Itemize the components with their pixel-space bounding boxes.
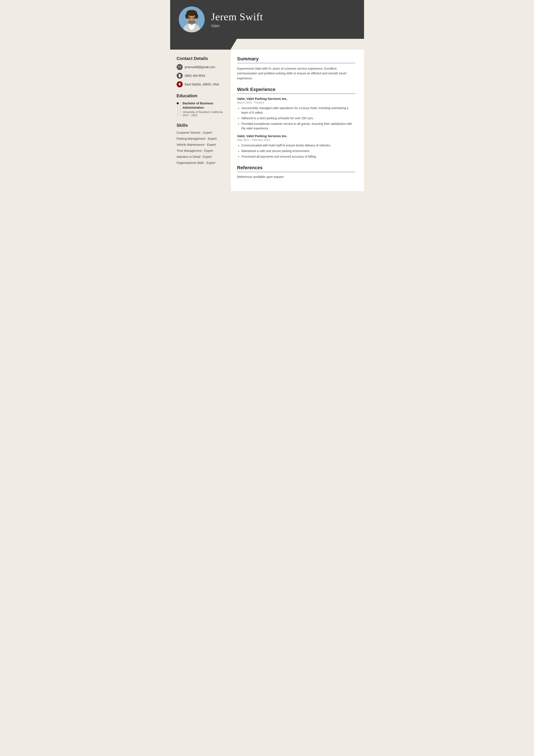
main-content: Summary Experienced Valet with 5+ years … bbox=[231, 50, 364, 191]
education-section: Education Bachelor of Business Administr… bbox=[177, 94, 224, 117]
skill-customer-service: Customer Service - Expert bbox=[177, 131, 224, 134]
education-details: Bachelor of Business Administration Univ… bbox=[180, 101, 224, 117]
email-item: jeremswift@gmail.com bbox=[177, 64, 224, 70]
job-1-title: Valet, Valet Parking Services Inc. bbox=[237, 97, 355, 100]
location-item: East Edythe, 48920, Ohio bbox=[177, 81, 224, 87]
job-1-bullet-2: Adhered to a strict parking schedule for… bbox=[242, 116, 355, 121]
main-layout: Contact Details jeremswift@gmail.com bbox=[170, 50, 364, 191]
skills-section: Skills Customer Service - Expert Parking… bbox=[177, 123, 224, 165]
work-experience-section: Work Experience Valet, Valet Parking Ser… bbox=[237, 87, 355, 159]
job-2: Valet, Valet Parking Services Inc. May 2… bbox=[237, 134, 355, 159]
resume-page: Jerem Swift Valet Contact Details bbox=[170, 0, 364, 259]
skills-section-title: Skills bbox=[177, 123, 224, 128]
svg-point-5 bbox=[185, 14, 189, 19]
location-icon bbox=[177, 81, 183, 87]
education-degree: Bachelor of Business Administration bbox=[183, 101, 224, 110]
education-section-title: Education bbox=[177, 94, 224, 98]
job-2-bullet-1: Communicated with hotel staff to ensure … bbox=[242, 143, 355, 148]
candidate-name: Jerem Swift bbox=[211, 11, 263, 23]
education-item: Bachelor of Business Administration Univ… bbox=[177, 101, 224, 117]
chevron-left bbox=[170, 39, 231, 50]
svg-point-6 bbox=[195, 14, 198, 19]
job-1-bullet-3: Provided exceptional customer service to… bbox=[242, 122, 355, 131]
education-bullet bbox=[177, 102, 179, 104]
skill-vehicle-maintenance: Vehicle Maintenance - Expert bbox=[177, 143, 224, 147]
job-1-bullets: Successfully managed valet operations fo… bbox=[237, 106, 355, 131]
job-2-date: May 2021 - February 2023 bbox=[237, 138, 355, 142]
header-text: Jerem Swift Valet bbox=[211, 11, 263, 28]
job-2-bullet-2: Maintained a safe and secure parking env… bbox=[242, 149, 355, 153]
job-1-date: March 2023 - Present bbox=[237, 101, 355, 104]
education-year: 2017 - 2021 bbox=[183, 114, 224, 117]
phone-icon bbox=[177, 73, 183, 79]
summary-text: Experienced Valet with 5+ years of custo… bbox=[237, 66, 355, 81]
job-1-bullet-1: Successfully managed valet operations fo… bbox=[242, 106, 355, 115]
job-2-bullet-3: Processed all payments and ensured accur… bbox=[242, 154, 355, 159]
header: Jerem Swift Valet bbox=[170, 0, 364, 39]
job-1: Valet, Valet Parking Services Inc. March… bbox=[237, 97, 355, 131]
skill-time-management: Time Management - Expert bbox=[177, 149, 224, 152]
skill-attention-to-detail: Attention to Detail - Expert bbox=[177, 155, 224, 158]
skill-parking-management: Parking Management - Expert bbox=[177, 137, 224, 140]
phone-item: (985) 469 9554 bbox=[177, 73, 224, 79]
job-2-bullets: Communicated with hotel staff to ensure … bbox=[237, 143, 355, 159]
chevron-right bbox=[231, 39, 364, 50]
email-text: jeremswift@gmail.com bbox=[185, 65, 215, 69]
skill-organizational-skills: Organizational Skills - Expert bbox=[177, 161, 224, 165]
education-school: University of Southern California bbox=[183, 110, 224, 114]
email-icon bbox=[177, 64, 183, 70]
location-text: East Edythe, 48920, Ohio bbox=[185, 83, 219, 86]
work-experience-title: Work Experience bbox=[237, 87, 355, 94]
candidate-title: Valet bbox=[211, 24, 263, 28]
job-2-title: Valet, Valet Parking Services Inc. bbox=[237, 134, 355, 138]
sidebar: Contact Details jeremswift@gmail.com bbox=[170, 50, 231, 191]
svg-point-13 bbox=[191, 19, 192, 20]
contact-section: Contact Details jeremswift@gmail.com bbox=[177, 56, 224, 87]
svg-point-11 bbox=[189, 17, 190, 18]
summary-section-title: Summary bbox=[237, 56, 355, 63]
avatar bbox=[179, 7, 205, 32]
references-text: References available upon request bbox=[237, 175, 355, 178]
contact-section-title: Contact Details bbox=[177, 56, 224, 61]
chevron-divider bbox=[170, 39, 364, 50]
references-section: References References available upon req… bbox=[237, 165, 355, 178]
phone-text: (985) 469 9554 bbox=[185, 74, 205, 77]
summary-section: Summary Experienced Valet with 5+ years … bbox=[237, 56, 355, 81]
svg-point-12 bbox=[194, 17, 195, 18]
references-section-title: References bbox=[237, 165, 355, 172]
